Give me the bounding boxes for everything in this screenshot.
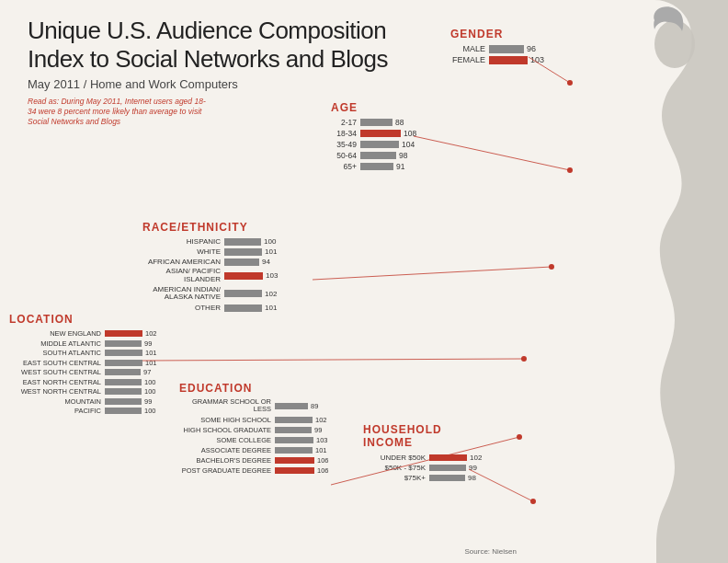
loc-mtn-label: MOUNTAIN	[9, 397, 101, 406]
race-row-white: WHITE 101	[142, 247, 278, 256]
race-hispanic-label: HISPANIC	[142, 237, 221, 246]
loc-row-wnc: WEST NORTH CENTRAL 100	[9, 387, 157, 396]
loc-ma-label: MIDDLE ATLANTIC	[9, 339, 101, 348]
age-3549-label: 35-49	[331, 140, 357, 149]
race-white-value: 101	[265, 247, 277, 256]
edu-hsgrad-label: HIGH SCHOOL GRADUATE	[179, 426, 271, 434]
loc-mtn-bar	[105, 398, 142, 405]
loc-ne-bar	[105, 330, 142, 337]
loc-ne-label: NEW ENGLAND	[9, 329, 101, 338]
edu-assoc-value: 101	[315, 446, 327, 454]
edu-row-somehigh: SOME HIGH SCHOOL 102	[179, 416, 329, 424]
race-asian-bar	[224, 272, 263, 280]
age-1834-value: 108	[404, 129, 416, 138]
edu-somecol-bar	[275, 437, 313, 443]
age-5064-value: 98	[399, 151, 407, 160]
income-section-label: HOUSEHOLDINCOME	[363, 423, 482, 450]
race-aian-label: AMERICAN INDIAN/ ALASKA NATIVE	[142, 286, 221, 303]
age-row-3549: 35-49 104	[331, 140, 416, 149]
loc-wsc-bar	[105, 369, 141, 375]
edu-bach-bar	[275, 457, 314, 464]
inc-under50-bar	[429, 454, 467, 461]
gender-male-label: MALE	[450, 44, 485, 53]
race-hispanic-bar	[224, 238, 261, 246]
loc-ma-bar	[105, 340, 142, 347]
edu-somecol-label: SOME COLLEGE	[179, 436, 271, 444]
age-row-65: 65+ 91	[331, 162, 416, 171]
loc-esc-value: 101	[145, 359, 157, 367]
gender-section: GENDER MALE 96 FEMALE 103	[450, 28, 544, 66]
age-section: AGE 2-17 88 18-34 108 35-49 104 50-64 98…	[331, 101, 416, 173]
age-3549-value: 104	[402, 140, 415, 149]
main-container: Unique U.S. Audience Composition Index t…	[0, 0, 728, 563]
age-65-bar	[360, 163, 393, 170]
edu-row-bach: BACHELOR'S DEGREE 106	[179, 456, 329, 465]
gender-label: GENDER	[450, 28, 544, 40]
gender-male-bar	[489, 45, 524, 53]
loc-row-sa: SOUTH ATLANTIC 101	[9, 349, 157, 357]
source-text: Source: Nielsen	[465, 547, 517, 556]
inc-under50-label: UNDER $50K	[363, 454, 426, 462]
edu-bach-value: 106	[317, 456, 329, 465]
loc-wnc-bar	[105, 388, 142, 395]
education-section-label: EDUCATION	[179, 382, 329, 395]
race-asian-value: 103	[266, 271, 278, 280]
race-other-label: OTHER	[142, 304, 221, 312]
inc-75plus-label: $75K+	[363, 474, 426, 482]
note: Read as: During May 2011, Internet users…	[28, 97, 211, 127]
loc-row-pac: PACIFIC 100	[9, 407, 157, 415]
edu-assoc-label: ASSOCIATE DEGREE	[179, 446, 271, 454]
age-5064-label: 50-64	[331, 151, 357, 160]
inc-5075-bar	[429, 465, 466, 471]
loc-enc-bar	[105, 379, 142, 385]
loc-row-ma: MIDDLE ATLANTIC 99	[9, 339, 157, 348]
age-section-label: AGE	[331, 101, 416, 114]
age-row-217: 2-17 88	[331, 118, 416, 127]
loc-row-ne: NEW ENGLAND 102	[9, 329, 157, 338]
age-5064-bar	[360, 152, 396, 159]
edu-row-somecol: SOME COLLEGE 103	[179, 436, 329, 444]
edu-postgrad-bar	[275, 467, 314, 474]
location-section: LOCATION NEW ENGLAND 102 MIDDLE ATLANTIC…	[9, 313, 157, 417]
age-217-value: 88	[395, 118, 404, 127]
loc-wsc-value: 97	[143, 368, 151, 376]
gender-female-value: 103	[530, 55, 544, 64]
edu-row-postgrad: POST GRADUATE DEGREE 106	[179, 466, 329, 475]
loc-wnc-label: WEST NORTH CENTRAL	[9, 387, 101, 396]
edu-postgrad-label: POST GRADUATE DEGREE	[179, 466, 271, 475]
gender-row-female: FEMALE 103	[450, 55, 544, 64]
gender-female-label: FEMALE	[450, 55, 485, 64]
svg-point-10	[517, 434, 522, 440]
main-title: Unique U.S. Audience Composition Index t…	[28, 17, 388, 74]
race-row-aa: AFRICAN AMERICAN 94	[142, 258, 278, 266]
loc-esc-label: EAST SOUTH CENTRAL	[9, 359, 101, 367]
age-65-label: 65+	[331, 162, 357, 171]
gender-male-value: 96	[527, 44, 536, 53]
loc-ne-value: 102	[145, 329, 157, 338]
svg-point-0	[654, 20, 695, 68]
subtitle: May 2011 / Home and Work Computers	[28, 77, 388, 91]
loc-sa-label: SOUTH ATLANTIC	[9, 349, 101, 357]
loc-wsc-label: WEST SOUTH CENTRAL	[9, 368, 101, 376]
silhouette	[526, 0, 728, 563]
edu-grammar-bar	[275, 403, 308, 409]
loc-wnc-value: 100	[144, 387, 156, 396]
edu-somehigh-label: SOME HIGH SCHOOL	[179, 416, 271, 424]
edu-somehigh-bar	[275, 417, 313, 423]
inc-row-5075: $50K - $75K 99	[363, 464, 482, 472]
age-217-bar	[360, 119, 392, 126]
loc-enc-value: 100	[144, 378, 156, 386]
loc-row-esc: EAST SOUTH CENTRAL 101	[9, 359, 157, 367]
race-aa-bar	[224, 259, 259, 266]
edu-hsgrad-value: 99	[314, 426, 322, 434]
race-aian-value: 102	[265, 290, 277, 298]
age-1834-label: 18-34	[331, 129, 357, 138]
inc-under50-value: 102	[470, 454, 482, 462]
race-white-bar	[224, 248, 262, 256]
income-section: HOUSEHOLDINCOME UNDER $50K 102 $50K - $7…	[363, 423, 482, 484]
gender-female-bar	[489, 56, 528, 64]
edu-bach-label: BACHELOR'S DEGREE	[179, 456, 271, 465]
edu-assoc-bar	[275, 447, 313, 454]
race-asian-label: ASIAN/ PACIFIC ISLANDER	[142, 268, 221, 284]
edu-postgrad-value: 106	[317, 466, 329, 475]
